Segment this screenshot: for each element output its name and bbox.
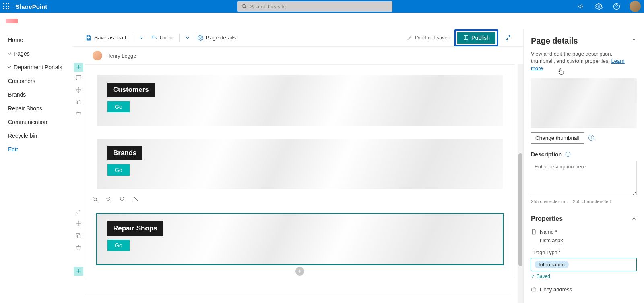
command-bar: Save as draft Undo Page details Draft no… [72,29,523,47]
nav-brands[interactable]: Brands [0,88,72,102]
prop-name-value[interactable]: Lists.aspx [540,237,637,243]
prop-name-row: Name * [531,229,637,235]
svg-rect-7 [6,8,7,9]
add-section-button[interactable]: + [74,63,83,72]
undo-icon [151,35,157,41]
change-thumbnail-button[interactable]: Change thumbnail [531,132,584,144]
info-icon[interactable] [588,135,594,141]
nav-recycle-bin[interactable]: Recycle bin [0,129,72,143]
svg-rect-2 [8,3,9,4]
search-input[interactable] [237,1,392,12]
description-textarea[interactable] [531,161,637,195]
brand-label[interactable]: SharePoint [15,3,47,10]
undo-button[interactable]: Undo [148,32,176,44]
author-avatar[interactable] [93,51,102,60]
expand-button[interactable] [502,32,514,44]
nav-home[interactable]: Home [0,33,72,47]
details-description: View and edit the page description, thum… [531,50,637,73]
page-type-label: Page Type * [533,250,637,255]
comment-icon[interactable] [74,73,83,82]
prop-name-label: Name * [540,229,557,235]
main-area: Home Pages Department Portals Customers … [0,29,644,303]
copy-icon[interactable] [74,231,83,240]
chevron-up-icon [631,216,637,222]
nav-communication[interactable]: Communication [0,115,72,129]
hero-title: Brands [107,146,142,160]
search-field[interactable] [250,4,388,10]
properties-toggle[interactable]: Properties [531,215,637,222]
page-type-field[interactable]: Information [531,258,637,271]
page-details-button[interactable]: Page details [194,32,239,44]
site-logo[interactable] [6,19,18,23]
content-scroll[interactable]: Henry Legge + Customers Go Brand [72,47,523,303]
svg-rect-0 [3,3,4,4]
megaphone-icon[interactable] [576,2,586,11]
undo-chevron[interactable] [183,32,192,44]
hero-cta-button[interactable]: Go [107,164,130,176]
nav-edit[interactable]: Edit [0,143,72,156]
svg-point-9 [242,4,246,8]
add-webpart-button[interactable]: + [295,267,304,276]
hero-cta-button[interactable]: Go [107,240,130,251]
svg-point-11 [598,6,600,8]
hero-title: Customers [107,83,155,97]
draft-status: Draft not saved [407,35,450,41]
nav-customers[interactable]: Customers [0,74,72,88]
delete-icon[interactable] [74,243,83,252]
nav-label: Home [8,37,23,43]
save-draft-chevron[interactable] [136,32,146,44]
app-launcher-icon[interactable] [0,0,13,13]
separator [133,34,133,42]
delete-icon[interactable] [74,110,83,118]
svg-rect-1 [6,3,7,4]
save-draft-button[interactable]: Save as draft [82,32,130,44]
svg-line-20 [96,200,97,201]
move-icon[interactable] [74,219,83,228]
user-avatar[interactable] [630,1,641,12]
nav-label: Department Portals [14,64,62,71]
help-icon[interactable] [612,2,621,11]
svg-rect-30 [77,235,80,238]
hero-brands[interactable]: Brands Go [97,139,503,189]
nav-department-portals[interactable]: Department Portals [0,60,72,74]
description-label: Description [531,151,562,158]
nav-label: Recycle bin [8,133,37,139]
nav-label: Pages [14,50,30,57]
info-icon[interactable] [565,152,571,157]
add-section-button[interactable]: + [74,267,83,276]
zoom-in-icon[interactable] [91,195,99,203]
nav-pages[interactable]: Pages [0,47,72,60]
page-details-panel: Page details View and edit the page desc… [523,29,644,303]
hero-customers[interactable]: Customers Go [97,75,503,126]
gear-icon[interactable] [594,2,604,11]
copy-icon[interactable] [74,98,83,106]
scrollbar-thumb[interactable] [518,153,522,266]
cmd-label: Page details [206,35,236,41]
zoom-out-icon[interactable] [104,195,113,203]
svg-line-27 [123,200,125,201]
publish-button[interactable]: Publish [457,32,495,44]
scrollbar-track[interactable] [518,64,523,303]
hero-repair-shops[interactable]: Repair Shops Go [97,214,503,264]
svg-rect-39 [532,288,536,291]
close-panel-button[interactable] [631,37,637,44]
close-icon[interactable] [132,195,140,203]
svg-rect-8 [8,8,9,9]
cmd-label: Undo [160,35,173,41]
nav-repair-shops[interactable]: Repair Shops [0,102,72,115]
svg-rect-5 [8,6,9,7]
hero-cta-button[interactable]: Go [107,101,130,112]
move-icon[interactable] [74,85,83,94]
thumbnail-preview [531,78,637,128]
copy-address-row[interactable]: Copy address [531,286,637,293]
nav-label: Customers [8,78,35,84]
svg-point-15 [200,37,201,39]
zoom-fit-icon[interactable] [118,195,127,203]
svg-line-24 [109,200,111,201]
edit-icon[interactable] [74,207,83,216]
suite-bar-right [576,1,644,12]
hero-title: Repair Shops [107,221,163,236]
svg-line-10 [245,7,246,8]
divider [85,295,511,295]
publish-icon [463,35,469,41]
